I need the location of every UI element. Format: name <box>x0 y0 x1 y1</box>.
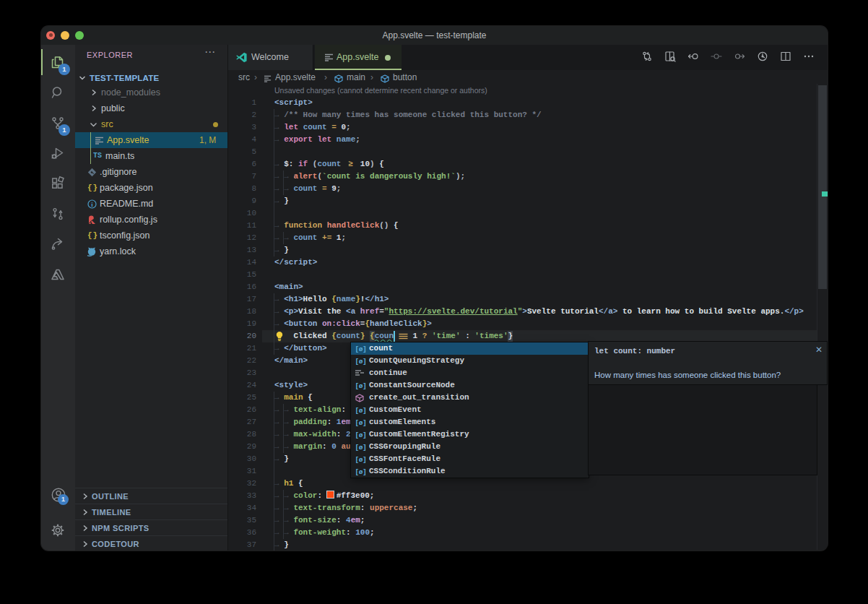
svg-text:i: i <box>91 201 93 208</box>
